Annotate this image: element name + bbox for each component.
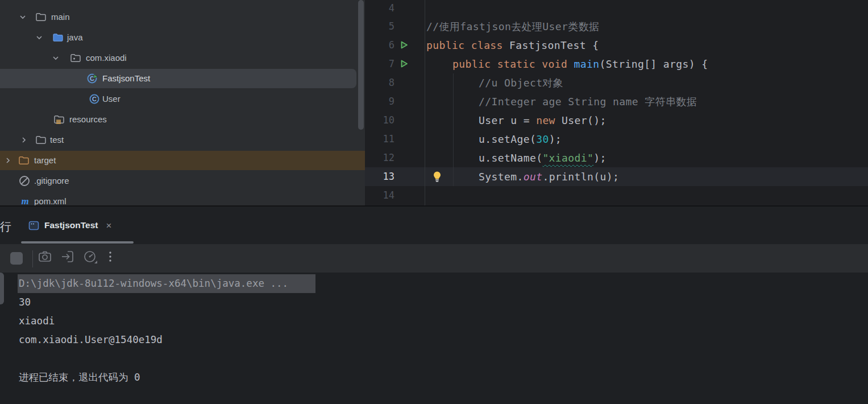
code-line-8: //u Object对象 (426, 73, 563, 92)
code-line-12: u.setName("xiaodi"); (426, 149, 607, 167)
sidebar-item-com-xiaodi[interactable]: com.xiaodi (0, 48, 365, 68)
sidebar-item-label: target (34, 155, 56, 165)
code-line-6: public class FastjsonTest { (426, 36, 599, 55)
line-number: 8 (365, 73, 394, 92)
more-options-kebab-icon[interactable] (105, 249, 119, 264)
folder-icon (35, 11, 47, 23)
close-icon[interactable]: × (106, 221, 111, 230)
package-icon (70, 52, 81, 64)
line-number: 6 (365, 36, 394, 55)
svg-text:C: C (92, 96, 97, 102)
console-line: xiaodi (19, 312, 55, 331)
console-output[interactable]: D:\jdk\jdk-8u112-windows-x64\bin\java.ex… (0, 273, 868, 404)
code-editor[interactable]: 4 5 6 7 8 9 10 11 12 13 14 //使用fastjson去… (365, 0, 868, 207)
code-line-7: public static void main(String[] args) { (426, 55, 708, 73)
sidebar-item-gitignore[interactable]: .gitignore (0, 171, 365, 191)
line-number: 7 (365, 55, 394, 73)
project-tree-panel: src main java (0, 0, 365, 207)
console-toolbar (0, 244, 868, 273)
excluded-folder-icon (18, 155, 30, 166)
run-tab-title: FastjsonTest (44, 220, 98, 230)
camera-snapshot-icon[interactable] (38, 249, 52, 264)
sidebar-item-label: main (51, 12, 70, 22)
code-line-13: System.out.println(u); (426, 167, 619, 186)
sidebar-item-src[interactable]: src (0, 0, 365, 6)
sidebar-item-label: .gitignore (34, 176, 69, 185)
sidebar-item-label: java (67, 32, 83, 42)
chevron-down-icon[interactable] (51, 53, 60, 63)
line-number: 5 (365, 17, 394, 36)
chevron-down-icon[interactable] (35, 33, 44, 42)
sidebar-item-main[interactable]: main (0, 7, 365, 27)
console-tab-icon (28, 221, 39, 230)
tree-scrollbar[interactable] (358, 0, 364, 130)
sidebar-item-label: pom.xml (34, 196, 67, 206)
chevron-down-icon[interactable] (18, 13, 27, 22)
sidebar-item-label: src (35, 0, 47, 1)
stop-button[interactable] (10, 252, 23, 265)
gutter-divider (425, 0, 425, 207)
class-icon: C (88, 93, 99, 104)
runnable-class-icon: C (86, 72, 98, 84)
code-line-9: //Integer age String name 字符串数据 (426, 92, 697, 111)
sidebar-item-label: User (102, 94, 121, 104)
line-number-current: 13 (365, 167, 394, 186)
console-line: 30 (19, 293, 31, 312)
folder-icon (35, 134, 47, 146)
line-number: 4 (365, 0, 394, 18)
console-line: com.xiaodi.User@1540e19d (19, 331, 163, 349)
active-tab-indicator (21, 241, 134, 244)
sidebar-item-fastjsontest[interactable]: C FastjsonTest (0, 69, 356, 88)
console-exit-line: 进程已结束，退出代码为 0 (19, 368, 140, 387)
enter-export-icon[interactable] (60, 249, 75, 264)
console-command-line[interactable]: D:\jdk\jdk-8u112-windows-x64\bin\java.ex… (18, 274, 315, 293)
source-folder-icon (52, 32, 64, 43)
line-number: 9 (365, 92, 394, 111)
sidebar-item-pom-xml[interactable]: m pom.xml (0, 192, 365, 207)
gauge-profiler-icon[interactable] (82, 249, 97, 264)
line-number: 14 (365, 186, 394, 205)
sidebar-item-resources[interactable]: resources (0, 110, 365, 129)
code-line-11: u.setAge(30); (426, 130, 562, 149)
code-line-10: User u = new User(); (426, 111, 607, 130)
sidebar-item-test[interactable]: test (0, 130, 365, 150)
sidebar-item-target[interactable]: target (0, 151, 365, 170)
maven-icon: m (18, 195, 30, 206)
sidebar-item-label: com.xiaodi (86, 53, 127, 63)
sidebar-item-user[interactable]: C User (0, 89, 365, 109)
sidebar-item-label: resources (69, 114, 107, 124)
ide-window: src main java (0, 0, 868, 404)
sidebar-item-label: test (50, 135, 64, 145)
line-number: 12 (365, 149, 394, 167)
sidebar-item-label: FastjsonTest (102, 73, 150, 83)
ignored-file-icon (18, 175, 30, 186)
line-number: 10 (365, 111, 394, 130)
chevron-right-icon[interactable] (19, 135, 28, 145)
run-tool-window: 行 FastjsonTest × (0, 205, 868, 404)
run-method-icon[interactable] (399, 59, 409, 69)
sidebar-item-java[interactable]: java (0, 28, 365, 47)
run-tab[interactable]: FastjsonTest × (28, 215, 111, 236)
code-line-5: //使用fastjson去处理User类数据 (426, 17, 600, 36)
folder-icon (20, 0, 32, 2)
tool-window-title: 行 (0, 219, 11, 234)
resources-folder-icon (53, 114, 65, 125)
line-number: 11 (365, 130, 394, 149)
chevron-right-icon[interactable] (3, 156, 13, 165)
toolbar-divider (32, 250, 33, 267)
run-class-icon[interactable] (399, 40, 409, 50)
console-scrollbar[interactable] (0, 273, 4, 304)
